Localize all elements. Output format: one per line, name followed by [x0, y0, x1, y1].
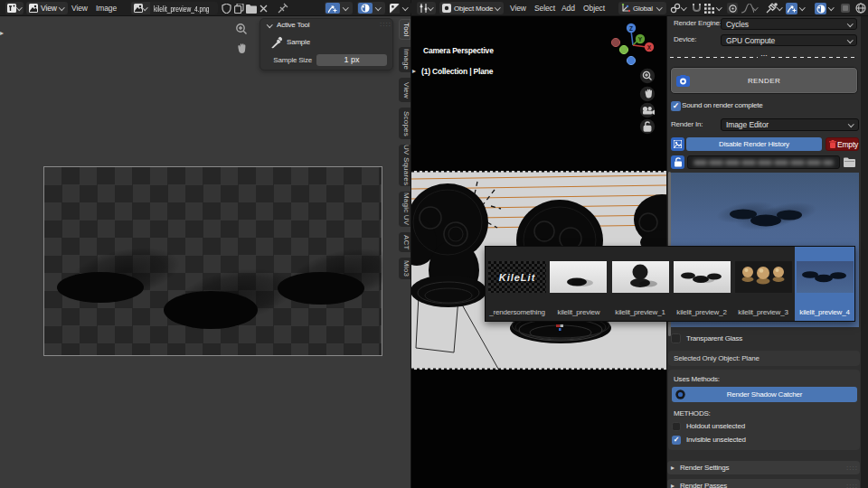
svg-text:Z: Z	[629, 25, 633, 32]
svg-text:Y: Y	[638, 36, 643, 42]
svg-text:X: X	[647, 44, 652, 51]
